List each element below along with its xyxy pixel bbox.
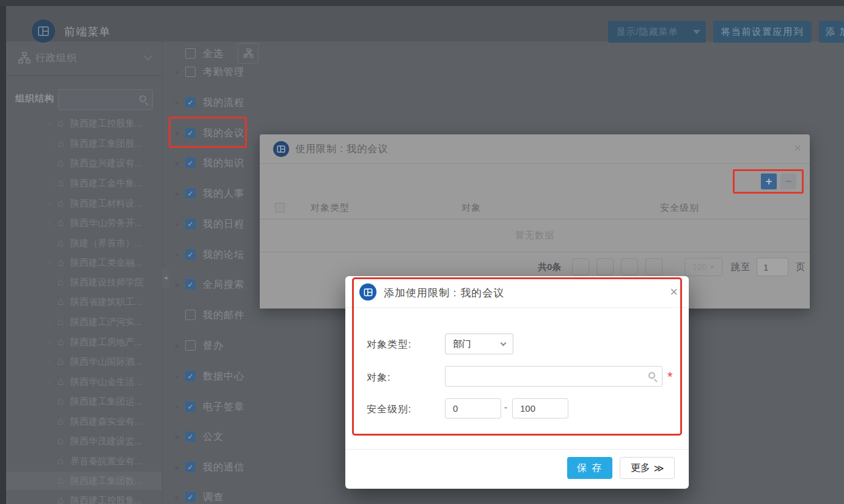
last-page-button[interactable]: ›|: [645, 258, 662, 276]
menu-item[interactable]: 我的知识: [169, 154, 260, 172]
first-page-button[interactable]: |‹: [572, 258, 589, 276]
tree-item[interactable]: 陕西建工控股集...: [6, 114, 162, 133]
add-row-button[interactable]: +: [761, 173, 777, 189]
tree-item[interactable]: 陕西省建筑职工...: [6, 293, 162, 311]
add-button[interactable]: 添 加: [819, 21, 844, 43]
expand-arrow-icon[interactable]: [175, 282, 180, 288]
menu-item[interactable]: 我的会议: [169, 124, 260, 142]
menu-checkbox[interactable]: [185, 158, 196, 168]
security-max-input[interactable]: [512, 398, 568, 418]
expand-arrow-icon[interactable]: [175, 130, 180, 136]
tree-item[interactable]: 陕西建设技师学院: [6, 273, 162, 291]
menu-item[interactable]: 电子签章: [169, 398, 260, 416]
page-size-select[interactable]: 100: [684, 258, 722, 276]
expand-arrow-icon[interactable]: [175, 494, 180, 500]
menu-checkbox[interactable]: [185, 340, 196, 351]
close-icon[interactable]: ×: [794, 141, 801, 155]
collapse-panel-handle[interactable]: [162, 268, 169, 288]
menu-item[interactable]: 我的邮件: [169, 306, 260, 324]
menu-checkbox[interactable]: [185, 67, 196, 77]
tree-item[interactable]: 陕西建森实业有...: [6, 412, 162, 431]
expand-arrow-icon[interactable]: [48, 180, 55, 186]
save-button[interactable]: 保 存: [567, 457, 612, 479]
apply-settings-button[interactable]: 将当前设置应用到: [713, 21, 812, 43]
expand-arrow-icon[interactable]: [175, 160, 180, 166]
expand-arrow-icon[interactable]: [175, 221, 180, 227]
tree-item[interactable]: 陕西益兴建设有...: [6, 154, 162, 172]
menu-checkbox[interactable]: [185, 492, 196, 502]
tree-item[interactable]: 陕西建工浐河实...: [6, 313, 162, 331]
expand-arrow-icon[interactable]: [48, 200, 55, 206]
menu-item[interactable]: 督办: [169, 337, 260, 355]
object-type-select[interactable]: 部门: [445, 334, 513, 354]
tree-item[interactable]: 陕西华茂建设监...: [6, 432, 162, 450]
menu-checkbox[interactable]: [185, 219, 196, 229]
tree-item[interactable]: 界首秦皖置业有...: [6, 452, 162, 470]
remove-row-button[interactable]: −: [780, 173, 796, 189]
tree-item[interactable]: 陕西华山国际酒...: [6, 352, 162, 371]
expand-arrow-icon[interactable]: [175, 191, 180, 197]
expand-arrow-icon[interactable]: [175, 373, 180, 379]
menu-sort-toggle-button[interactable]: [238, 43, 259, 64]
tree-item[interactable]: 陕西建工集团股...: [6, 134, 162, 153]
expand-arrow-icon[interactable]: [175, 69, 180, 75]
menu-checkbox[interactable]: [185, 249, 196, 260]
tree-item[interactable]: 陕西建工房地产...: [6, 333, 162, 351]
tree-search-input[interactable]: [58, 89, 153, 110]
tree-item[interactable]: 陕西建工控股集...: [6, 491, 162, 504]
menu-item[interactable]: 公文: [169, 428, 260, 446]
expand-arrow-icon[interactable]: [48, 319, 55, 325]
select-all-checkbox[interactable]: [185, 48, 196, 59]
menu-item[interactable]: 数据中心: [169, 367, 260, 385]
menu-item[interactable]: 调查: [169, 488, 260, 504]
close-icon[interactable]: ×: [670, 284, 678, 300]
menu-item[interactable]: 我的流程: [169, 93, 260, 112]
menu-checkbox[interactable]: [185, 97, 196, 108]
tree-item[interactable]: 陕西华山劳务开...: [6, 214, 162, 232]
tree-item[interactable]: 陕西华山金生活...: [6, 373, 162, 391]
tree-item[interactable]: 陕西建工材料设...: [6, 194, 162, 213]
expand-arrow-icon[interactable]: [175, 343, 180, 349]
expand-arrow-icon[interactable]: [48, 359, 55, 365]
expand-arrow-icon[interactable]: [48, 120, 55, 126]
menu-checkbox[interactable]: [185, 188, 196, 199]
menu-item[interactable]: 我的人事: [169, 184, 260, 203]
toggle-menu-dropdown[interactable]: [686, 30, 706, 34]
tree-item-selected[interactable]: 陕西建工集团数...: [6, 472, 162, 490]
menu-checkbox[interactable]: [185, 310, 196, 320]
menu-item[interactable]: 我的日程: [169, 215, 260, 233]
toggle-menu-button[interactable]: 显示/隐藏菜单: [608, 21, 706, 43]
expand-arrow-icon[interactable]: [48, 260, 55, 266]
menu-item[interactable]: 我的论坛: [169, 246, 260, 264]
next-page-button[interactable]: ›: [621, 258, 638, 276]
expand-arrow-icon[interactable]: [48, 339, 55, 345]
menu-item[interactable]: 我的通信: [169, 458, 260, 477]
tree-item[interactable]: 陕西建工金牛集...: [6, 174, 162, 192]
menu-checkbox[interactable]: [185, 371, 196, 381]
security-min-input[interactable]: [445, 398, 501, 418]
menu-checkbox[interactable]: [185, 279, 196, 290]
org-selector[interactable]: 行政组织: [6, 46, 162, 73]
more-button[interactable]: 更多 ≫: [620, 457, 675, 479]
header-checkbox[interactable]: [275, 203, 285, 213]
prev-page-button[interactable]: ‹: [596, 258, 614, 276]
tree-item[interactable]: 陕西建工类金融...: [6, 254, 162, 272]
object-input[interactable]: [446, 367, 662, 386]
expand-arrow-icon[interactable]: [175, 252, 180, 258]
expand-arrow-icon[interactable]: [175, 434, 180, 440]
menu-item[interactable]: 全局搜索: [169, 276, 260, 294]
expand-arrow-icon[interactable]: [48, 220, 55, 226]
expand-arrow-icon[interactable]: [175, 404, 180, 410]
expand-arrow-icon[interactable]: [175, 100, 180, 106]
tree-item[interactable]: 陕建（界首市）...: [6, 234, 162, 252]
tree-item[interactable]: 陕西建工集团运...: [6, 392, 162, 411]
expand-arrow-icon[interactable]: [175, 464, 180, 470]
menu-item[interactable]: 考勤管理: [169, 63, 260, 81]
menu-checkbox[interactable]: [185, 431, 196, 442]
menu-checkbox[interactable]: [185, 401, 196, 412]
menu-checkbox[interactable]: [185, 462, 196, 472]
jump-to-input[interactable]: [757, 258, 788, 276]
expand-arrow-icon[interactable]: [48, 141, 55, 147]
expand-arrow-icon[interactable]: [48, 379, 55, 385]
search-icon[interactable]: [648, 372, 655, 379]
